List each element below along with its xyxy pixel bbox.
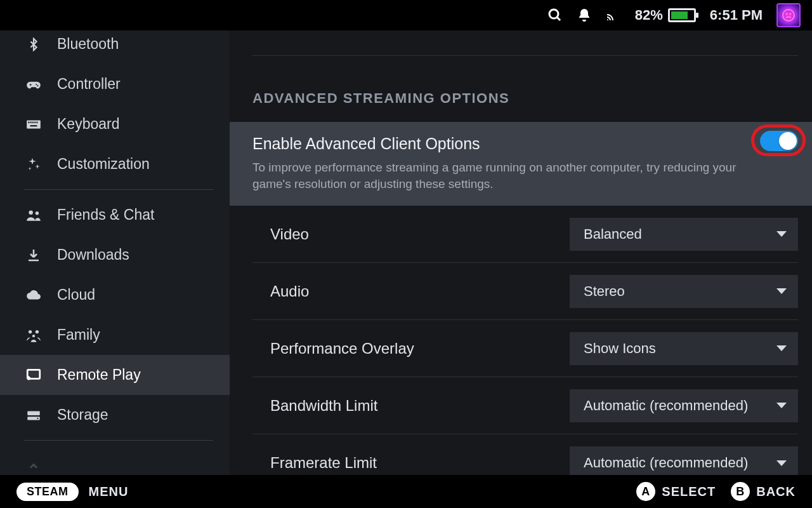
chevron-down-icon (776, 231, 787, 237)
sidebar-item-label: Friends & Chat (57, 206, 154, 224)
row-audio: Audio Stereo (252, 263, 798, 320)
avatar[interactable] (776, 3, 801, 27)
row-bandwidth: Bandwidth Limit Automatic (recommended) (252, 377, 798, 434)
sidebar-item-label: Bluetooth (57, 36, 119, 53)
section-title: ADVANCED STREAMING OPTIONS (230, 56, 812, 122)
select-bandwidth[interactable]: Automatic (recommended) (570, 389, 798, 422)
svg-rect-9 (30, 121, 32, 123)
sidebar-item-bluetooth[interactable]: Bluetooth (0, 30, 230, 64)
sidebar-item-friends[interactable]: Friends & Chat (0, 195, 230, 235)
sidebar-item-customization[interactable]: Customization (0, 144, 230, 184)
battery-percent: 82% (635, 7, 663, 23)
sidebar-item-label: Family (57, 326, 100, 344)
svg-point-2 (783, 10, 794, 21)
cast-icon[interactable] (606, 8, 621, 23)
storage-icon (24, 406, 43, 425)
sidebar-item-downloads[interactable]: Downloads (0, 235, 230, 275)
status-bar: 82% 6:51 PM (0, 0, 812, 30)
sidebar-item-storage[interactable]: Storage (0, 395, 230, 435)
row-label: Video (252, 225, 309, 243)
row-overlay: Performance Overlay Show Icons (252, 320, 798, 377)
hint-back: B BACK (731, 482, 796, 501)
sidebar-item-remoteplay[interactable]: Remote Play (0, 355, 230, 395)
select-value: Show Icons (584, 340, 656, 357)
svg-rect-7 (27, 120, 41, 128)
svg-point-18 (32, 334, 35, 337)
select-framerate[interactable]: Automatic (recommended) (570, 446, 798, 475)
sidebar-item-controller[interactable]: Controller (0, 64, 230, 104)
steam-button[interactable]: STEAM (16, 483, 79, 501)
svg-point-15 (36, 211, 39, 215)
row-framerate: Framerate Limit Automatic (recommended) (252, 434, 798, 475)
keyboard-icon (24, 115, 43, 134)
b-button-icon[interactable]: B (731, 482, 750, 501)
row-label: Audio (252, 283, 309, 300)
footer-bar: STEAM MENU A SELECT B BACK (0, 475, 812, 508)
sidebar-item-label: Customization (57, 156, 150, 173)
chevron-down-icon (776, 345, 787, 351)
toggle-label: Enable Advanced Client Options (252, 135, 794, 153)
select-value: Stereo (584, 283, 625, 300)
advanced-client-toggle[interactable] (760, 131, 798, 151)
bell-icon[interactable] (577, 8, 592, 23)
select-overlay[interactable]: Show Icons (570, 332, 798, 365)
svg-line-4 (786, 13, 787, 15)
toggle-knob (779, 132, 797, 150)
prev-section-stub (252, 30, 798, 56)
select-video[interactable]: Balanced (570, 218, 798, 251)
cloud-icon (24, 286, 43, 305)
svg-rect-20 (27, 411, 40, 415)
svg-rect-11 (34, 121, 36, 123)
sidebar-item-label: Keyboard (57, 116, 119, 133)
family-icon (24, 326, 43, 345)
sidebar-item-label: Storage (57, 406, 108, 424)
svg-rect-8 (28, 121, 29, 123)
clock: 6:51 PM (710, 7, 763, 23)
svg-point-0 (549, 10, 558, 18)
menu-label: MENU (89, 485, 129, 499)
sidebar-item-cloud[interactable]: Cloud (0, 275, 230, 315)
hint-select: A SELECT (636, 482, 716, 501)
search-icon[interactable] (547, 8, 563, 23)
svg-point-17 (36, 330, 39, 333)
sidebar-separator (24, 189, 213, 190)
svg-point-16 (29, 330, 32, 333)
sidebar-item-family[interactable]: Family (0, 315, 230, 355)
b-button-label: BACK (756, 485, 796, 499)
sidebar-item-label: Cloud (57, 286, 95, 304)
svg-point-14 (29, 210, 33, 215)
select-value: Balanced (584, 226, 642, 243)
chevron-down-icon (776, 288, 787, 294)
svg-line-6 (790, 13, 791, 15)
sidebar-item-label: Controller (57, 76, 121, 93)
settings-sidebar: Bluetooth Controller Keyboard Customizat… (0, 30, 230, 475)
toggle-description: To improve performance streaming a game … (252, 159, 773, 192)
battery-icon (668, 8, 696, 22)
download-icon (24, 246, 43, 265)
row-label: Bandwidth Limit (252, 397, 377, 415)
chevron-up-icon (24, 457, 43, 476)
row-video: Video Balanced (252, 206, 798, 263)
svg-rect-13 (30, 125, 37, 126)
row-label: Performance Overlay (252, 340, 414, 358)
battery-status: 82% (635, 7, 696, 23)
chevron-down-icon (776, 403, 787, 408)
sidebar-separator (24, 440, 213, 441)
svg-point-22 (37, 417, 38, 418)
sidebar-item-more[interactable] (0, 446, 230, 475)
controller-icon (24, 75, 43, 94)
sidebar-item-label: Remote Play (57, 366, 141, 384)
svg-rect-12 (36, 121, 37, 123)
chevron-down-icon (776, 460, 787, 466)
settings-panel: ADVANCED STREAMING OPTIONS Enable Advanc… (230, 30, 812, 475)
select-audio[interactable]: Stereo (570, 275, 798, 308)
people-icon (24, 206, 43, 225)
sidebar-item-keyboard[interactable]: Keyboard (0, 104, 230, 144)
select-value: Automatic (recommended) (584, 455, 748, 471)
select-value: Automatic (recommended) (584, 398, 748, 414)
a-button-icon[interactable]: A (636, 482, 655, 501)
svg-line-1 (557, 17, 560, 20)
sparkle-icon (24, 155, 43, 174)
svg-rect-10 (32, 121, 34, 123)
remoteplay-icon (24, 366, 43, 385)
